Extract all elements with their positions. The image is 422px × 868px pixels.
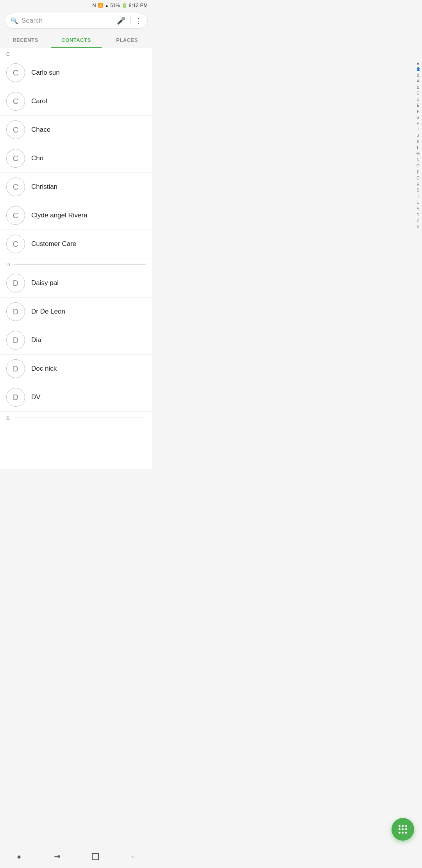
avatar: C — [6, 178, 25, 196]
avatar: C — [6, 63, 25, 82]
contact-list: C C Carlo sun C Carol C Chace C Cho C Ch… — [0, 48, 152, 469]
contact-name: Dr De Leon — [31, 308, 65, 316]
battery-level: 51% — [111, 3, 120, 8]
tab-recents[interactable]: RECENTS — [0, 32, 51, 48]
avatar: D — [6, 388, 25, 407]
list-item[interactable]: D Daisy pal — [0, 269, 152, 298]
contact-name: DV — [31, 393, 41, 401]
search-input-wrapper[interactable]: 🔍 Search 🎤 ⋮ — [5, 13, 148, 29]
status-bar: N 📶 ▲ 51% 🔋 8:12 PM — [0, 0, 152, 10]
avatar: D — [6, 359, 25, 378]
wifi-icon: 📶 — [98, 3, 103, 8]
list-item[interactable]: C Chace — [0, 116, 152, 144]
section-header-e: E — [0, 412, 152, 422]
avatar: C — [6, 149, 25, 168]
tab-bar: RECENTS CONTACTS PLACES — [0, 32, 152, 48]
contact-name: Christian — [31, 183, 57, 191]
contact-name: Clyde angel Rivera — [31, 212, 88, 219]
contact-name: Dia — [31, 336, 41, 344]
list-item[interactable]: D DV — [0, 383, 152, 412]
section-header-c: C — [0, 48, 152, 59]
list-item[interactable]: C Cho — [0, 144, 152, 173]
list-item[interactable]: D Dia — [0, 326, 152, 355]
avatar: C — [6, 206, 25, 225]
list-item[interactable]: C Christian — [0, 173, 152, 201]
contact-name: Chace — [31, 126, 50, 134]
signal-icon: ▲ — [105, 3, 109, 8]
avatar: C — [6, 120, 25, 139]
list-item[interactable]: D Dr De Leon — [0, 298, 152, 326]
status-icons: N 📶 ▲ 51% 🔋 8:12 PM — [92, 2, 148, 8]
list-item[interactable]: D Doc nick — [0, 355, 152, 383]
contact-name: Daisy pal — [31, 279, 59, 287]
avatar: C — [6, 235, 25, 253]
contact-name: Carlo sun — [31, 69, 60, 77]
search-placeholder: Search — [21, 17, 114, 25]
avatar: D — [6, 302, 25, 321]
contact-name: Doc nick — [31, 365, 57, 373]
search-divider — [130, 17, 131, 25]
list-item[interactable]: C Carol — [0, 87, 152, 116]
list-item[interactable]: C Carlo sun — [0, 59, 152, 87]
list-item[interactable]: C Clyde angel Rivera — [0, 201, 152, 230]
section-header-d: D — [0, 258, 152, 269]
tab-places[interactable]: PLACES — [102, 32, 152, 48]
battery-icon: 🔋 — [122, 3, 127, 8]
avatar: C — [6, 92, 25, 111]
microphone-icon[interactable]: 🎤 — [117, 16, 125, 25]
contact-name: Customer Care — [31, 240, 76, 248]
more-options-icon[interactable]: ⋮ — [135, 16, 142, 25]
avatar: D — [6, 331, 25, 350]
clock: 8:12 PM — [129, 2, 148, 8]
search-icon: 🔍 — [11, 17, 18, 25]
tab-contacts[interactable]: CONTACTS — [51, 32, 102, 48]
contact-name: Cho — [31, 154, 43, 162]
avatar: D — [6, 274, 25, 292]
search-bar: 🔍 Search 🎤 ⋮ — [0, 10, 152, 32]
nfc-icon: N — [92, 2, 96, 8]
contact-name: Carol — [31, 97, 47, 105]
list-item[interactable]: C Customer Care — [0, 230, 152, 258]
